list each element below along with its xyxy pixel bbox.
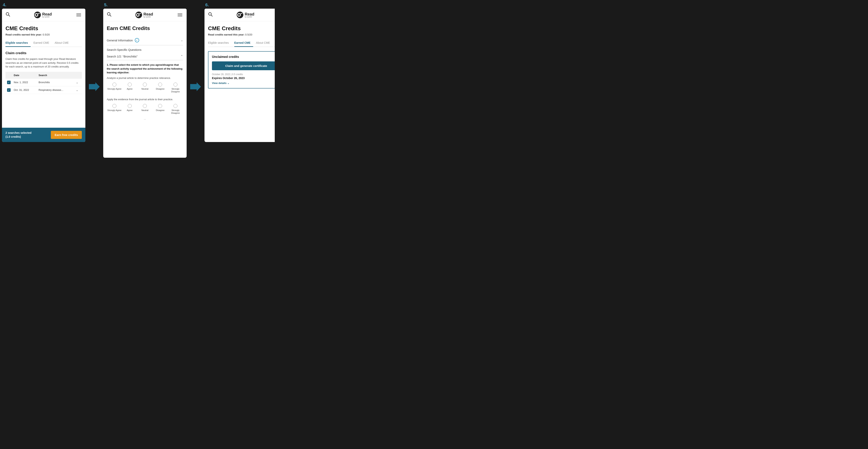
question-1-block: 1. Please select the extent to which you… (107, 60, 183, 93)
logo-icon-3 (237, 11, 244, 19)
radio-circle[interactable] (158, 104, 162, 108)
radio-strongly-disagree-2[interactable]: Strongly Disagree (168, 104, 183, 115)
table-col-check (5, 72, 12, 79)
radio-label: Neutral (142, 88, 148, 90)
logo-subtext-3: by QxMD (245, 16, 254, 18)
question-2-sub: Apply the evidence from the journal arti… (107, 97, 183, 101)
step-number-1: 4. (2, 2, 6, 7)
tab-about-cme-1[interactable]: About CME (55, 40, 72, 47)
radio-label: Strongly Agree (107, 88, 122, 90)
tab-earned-cme-1[interactable]: Earned CME (33, 40, 52, 47)
radio-circle[interactable] (158, 83, 162, 87)
logo-text-2: Read (144, 12, 153, 16)
logo-subtext-2: by QxMD (144, 16, 153, 18)
step-number-2: 5. (103, 2, 107, 7)
radio-disagree-1[interactable]: Disagree (153, 83, 168, 93)
logo-area-3: Read by QxMD (237, 11, 254, 19)
radio-circle[interactable] (113, 83, 116, 87)
radio-label: Neutral (142, 109, 148, 111)
credits-label-1: Read credits earned this year: 0.5/20 (5, 33, 82, 36)
radio-circle[interactable] (174, 104, 177, 108)
general-info-chevron[interactable]: ⌄ (181, 39, 183, 42)
question-1-text: 1. Please select the extent to which you… (107, 63, 183, 74)
radio-circle[interactable] (113, 104, 116, 108)
tab-about-cme-3[interactable]: About CME (256, 40, 273, 47)
search-accordion-title: Search 1/2: “Bronchitis” (107, 55, 137, 58)
logo-area-2: Read by QxMD (135, 11, 153, 19)
phone-panel-3: Read by QxMD CME Credits Read credits ea… (205, 9, 275, 142)
search-accordion: Search 1/2: “Bronchitis” ⌃ (107, 53, 183, 60)
radio-group-1: Strongly Agree Agree Neutral Disagree (107, 83, 183, 93)
radio-neutral-1[interactable]: Neutral (137, 83, 153, 93)
radio-agree-1[interactable]: Agree (122, 83, 137, 93)
table-col-date: Date (12, 72, 37, 79)
general-info-title: General Information (107, 39, 133, 42)
credits-label-3: Read credits earned this year: 0.5/20 (208, 33, 275, 36)
tab-eligible-searches[interactable]: Eligible searches (5, 40, 31, 47)
tab-earned-cme-3[interactable]: Earned CME (234, 40, 253, 47)
tabs-bar-3: Eligible searches Earned CME About CME (208, 40, 275, 47)
tabs-bar-1: Eligible searches Earned CME About CME (5, 40, 82, 47)
svg-rect-17 (240, 13, 242, 14)
row-1-date: Nov. 1, 2022 (12, 79, 37, 86)
radio-label: Strongly Disagree (168, 88, 183, 93)
radio-disagree-2[interactable]: Disagree (153, 104, 168, 115)
radio-strongly-agree-2[interactable]: Strongly Agree (107, 104, 122, 115)
search-icon-2[interactable] (107, 12, 112, 18)
scroll-indicator: ··· (107, 118, 183, 121)
search-accordion-chevron[interactable]: ⌃ (181, 55, 183, 58)
radio-group-2: Strongly Agree Agree Neutral Disagree (107, 104, 183, 115)
tab-eligible-searches-3[interactable]: Eligible searches (208, 40, 231, 47)
radio-strongly-disagree-1[interactable]: Strongly Disagree (168, 83, 183, 93)
table-col-search: Search (37, 72, 74, 79)
radio-label: Disagree (156, 109, 164, 111)
logo-subtext-1: by QxMD (42, 16, 52, 18)
app-header-2: Read by QxMD (103, 9, 187, 21)
menu-button-1[interactable] (75, 13, 82, 17)
radio-label: Agree (127, 109, 132, 111)
radio-circle[interactable] (143, 104, 147, 108)
view-details-link[interactable]: View details ⌄ (212, 82, 275, 85)
svg-point-10 (137, 14, 139, 16)
logo-area-1: Read by QxMD (34, 11, 52, 19)
general-info-accordion: General Information ✓ ⌄ (107, 35, 183, 45)
row-2-search: Respiratory disease... (37, 86, 74, 94)
claim-certificate-button[interactable]: Claim and generate certificate (212, 61, 275, 70)
page-title-3: CME Credits (208, 25, 275, 32)
earn-free-credits-button[interactable]: Earn free credits (51, 131, 82, 139)
bottom-bar-text: 2 searches selected (1.0 credits) (5, 131, 31, 139)
app-header-3: Read by QxMD (205, 9, 275, 21)
radio-circle[interactable] (128, 83, 132, 87)
section-desc-1: Claim free credits for papers read throu… (5, 57, 82, 69)
chevron-down-icon: ⌄ (227, 82, 229, 85)
arrow-1 (85, 16, 103, 158)
radio-strongly-agree-1[interactable]: Strongly Agree (107, 83, 122, 93)
search-table: Date Search ✓ Nov. 1, 2022 Bronchitis ⌄ … (5, 72, 82, 94)
logo-text-1: Read (42, 12, 52, 16)
check-circle-icon: ✓ (135, 38, 139, 42)
checkbox-row-1[interactable]: ✓ (7, 81, 10, 84)
menu-button-2[interactable] (177, 13, 183, 17)
arrow-icon-2 (190, 83, 201, 91)
row-1-expand[interactable]: ⌄ (76, 81, 78, 84)
radio-circle[interactable] (128, 104, 132, 108)
search-icon-1[interactable] (5, 12, 10, 18)
bottom-bar-1: 2 searches selected (1.0 credits) Earn f… (2, 128, 85, 142)
radio-circle[interactable] (143, 83, 147, 87)
section-title-1: Claim credits (5, 51, 82, 55)
radio-neutral-2[interactable]: Neutral (137, 104, 153, 115)
row-2-expand[interactable]: ⌄ (76, 89, 78, 92)
radio-circle[interactable] (174, 83, 177, 87)
credit-date: October 26, 2022 | 0.5 credits (212, 73, 275, 76)
svg-rect-11 (139, 13, 141, 14)
radio-agree-2[interactable]: Agree (122, 104, 137, 115)
search-icon-3[interactable] (208, 12, 213, 18)
search-accordion-header[interactable]: Search 1/2: “Bronchitis” ⌃ (107, 55, 183, 58)
panel-1-content: CME Credits Read credits earned this yea… (2, 21, 85, 98)
phone-panel-1: Read by QxMD CME Credits Read credits ea… (2, 9, 85, 142)
svg-line-7 (110, 15, 111, 17)
checkbox-row-2[interactable]: ✓ (7, 88, 10, 92)
general-info-accordion-header[interactable]: General Information ✓ ⌄ (107, 38, 183, 42)
search-specific-title: Search-Specific Questions (107, 45, 183, 53)
row-1-search: Bronchitis (37, 79, 74, 86)
